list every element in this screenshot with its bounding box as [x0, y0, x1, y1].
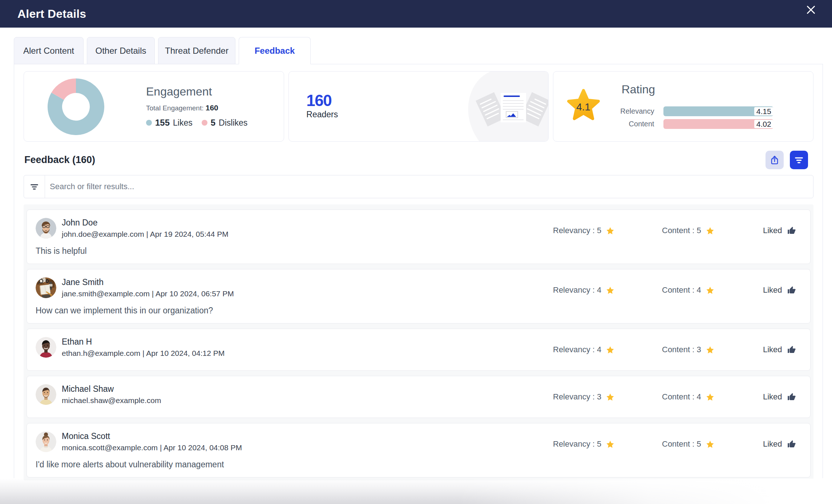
- content-bar-label: Content: [553, 120, 663, 128]
- summary-cards: Engagement Total Engagement: 160 155 Lik…: [24, 71, 813, 142]
- avatar-ethan: [36, 337, 56, 358]
- feedback-list: John Doe john.doe@example.com | Apr 19 2…: [24, 204, 813, 480]
- feedback-comment: This is helpful: [36, 246, 801, 256]
- engagement-total: Total Engagement: 160: [146, 103, 247, 112]
- feedback-liked: Liked: [763, 439, 796, 449]
- thumb-up-icon: [787, 345, 796, 354]
- search-input[interactable]: [45, 182, 813, 191]
- feedback-user-block: Ethan H ethan.h@example.com | Apr 10 202…: [62, 337, 225, 358]
- engagement-total-label: Total Engagement:: [146, 104, 203, 112]
- feedback-section-title: Feedback (160): [24, 154, 95, 166]
- star-icon: [606, 393, 614, 401]
- engagement-text-block: Engagement Total Engagement: 160 155 Lik…: [146, 85, 247, 128]
- feedback-user-name: Monica Scott: [62, 431, 242, 441]
- avatar-michael: [36, 384, 56, 405]
- feedback-comment: I'd like more alerts about vulnerability…: [36, 460, 801, 469]
- feedback-item: Jane Smith jane.smith@example.com | Apr …: [27, 269, 811, 324]
- documents-illustration-icon: [465, 80, 548, 136]
- avatar-jane: [36, 277, 56, 298]
- feedback-relevancy: Relevancy : 5: [553, 439, 614, 449]
- readers-card: 160 Readers: [288, 71, 548, 142]
- tab-threat-defender[interactable]: Threat Defender: [158, 37, 235, 64]
- feedback-item: Ethan H ethan.h@example.com | Apr 10 202…: [27, 329, 811, 371]
- star-icon: [606, 440, 614, 448]
- feedback-item: John Doe john.doe@example.com | Apr 19 2…: [27, 210, 811, 264]
- feedback-relevancy: Relevancy : 4: [553, 345, 614, 354]
- feedback-liked: Liked: [763, 392, 796, 402]
- feedback-item: Monica Scott monica.scott@example.com | …: [27, 423, 811, 477]
- feedback-liked: Liked: [763, 226, 796, 235]
- thumb-up-icon: [787, 285, 796, 295]
- feedback-user-meta: john.doe@example.com | Apr 19 2024, 05:4…: [62, 229, 229, 239]
- thumb-up-icon: [787, 392, 796, 402]
- tab-alert-content[interactable]: Alert Content: [14, 37, 84, 64]
- feedback-user-meta: monica.scott@example.com | Apr 10 2024, …: [62, 443, 242, 452]
- rating-bars: Relevancy 4.15 Content 4.02: [553, 106, 813, 132]
- star-icon: [706, 227, 714, 235]
- likes-dot: [146, 120, 152, 126]
- star-icon: [606, 227, 614, 235]
- feedback-liked: Liked: [763, 285, 796, 295]
- likes-value: 155: [155, 118, 170, 128]
- content-bar-value: 4.02: [754, 120, 774, 128]
- tab-bar: Alert Content Other Details Threat Defen…: [14, 37, 823, 64]
- feedback-content-rating: Content : 5: [662, 226, 714, 235]
- close-button[interactable]: [805, 4, 817, 16]
- relevancy-bar-value: 4.15: [754, 107, 774, 115]
- feedback-user-block: Michael Shaw michael.shaw@example.com: [62, 384, 161, 405]
- dislikes-label: Dislikes: [219, 118, 247, 128]
- feedback-relevancy: Relevancy : 3: [553, 392, 614, 402]
- feedback-header-row: Feedback (160): [24, 151, 813, 169]
- search-filter-icon[interactable]: [24, 175, 45, 198]
- feedback-user-name: John Doe: [62, 218, 229, 228]
- feedback-content-rating: Content : 4: [662, 392, 714, 402]
- thumb-up-icon: [787, 439, 796, 449]
- modal-header: Alert Details: [0, 0, 832, 28]
- rating-row-relevancy: Relevancy 4.15: [553, 106, 813, 116]
- relevancy-bar: 4.15: [663, 106, 774, 116]
- star-icon: [706, 393, 714, 401]
- feedback-user-meta: michael.shaw@example.com: [62, 396, 161, 405]
- star-icon: [706, 440, 714, 448]
- tab-other-details[interactable]: Other Details: [87, 37, 155, 64]
- share-icon: [769, 155, 780, 166]
- modal-bottom-shadow: [0, 479, 832, 504]
- feedback-user-meta: ethan.h@example.com | Apr 10 2024, 04:12…: [62, 349, 225, 358]
- sort-filter-button[interactable]: [790, 151, 808, 169]
- star-icon: [606, 346, 614, 354]
- feedback-user-block: Monica Scott monica.scott@example.com | …: [62, 431, 242, 452]
- relevancy-bar-label: Relevancy: [553, 107, 663, 115]
- thumb-up-icon: [787, 226, 796, 235]
- feedback-item: Michael Shaw michael.shaw@example.com Re…: [27, 376, 811, 418]
- export-button[interactable]: [766, 151, 784, 169]
- tab-feedback[interactable]: Feedback: [239, 37, 311, 64]
- rating-title: Rating: [622, 83, 655, 96]
- avatar-john: [36, 218, 56, 239]
- engagement-donut-chart: [48, 78, 104, 135]
- search-bar: [24, 175, 813, 198]
- engagement-title: Engagement: [146, 85, 247, 98]
- feedback-user-block: Jane Smith jane.smith@example.com | Apr …: [62, 277, 234, 298]
- dislikes-dot: [202, 120, 207, 126]
- dislikes-value: 5: [211, 118, 215, 128]
- feedback-user-name: Michael Shaw: [62, 384, 161, 394]
- rating-row-content: Content 4.02: [553, 119, 813, 129]
- feedback-relevancy: Relevancy : 4: [553, 285, 614, 295]
- feedback-relevancy: Relevancy : 5: [553, 226, 614, 235]
- readers-count: 160: [306, 92, 331, 110]
- close-icon: [806, 5, 816, 15]
- feedback-comment: How can we implement this in our organiz…: [36, 306, 801, 315]
- feedback-user-name: Jane Smith: [62, 277, 234, 287]
- feedback-user-name: Ethan H: [62, 337, 225, 347]
- filter-lines-icon: [793, 155, 804, 166]
- feedback-content-rating: Content : 4: [662, 285, 714, 295]
- feedback-user-meta: jane.smith@example.com | Apr 10 2024, 06…: [62, 289, 234, 298]
- content-bar: 4.02: [663, 119, 774, 129]
- tab-panel: Engagement Total Engagement: 160 155 Lik…: [14, 64, 823, 478]
- engagement-legend: 155 Likes 5 Dislikes: [146, 118, 247, 128]
- feedback-content-rating: Content : 5: [662, 439, 714, 449]
- readers-label: Readers: [306, 110, 338, 119]
- avatar-monica: [36, 431, 56, 452]
- star-icon: [706, 346, 714, 354]
- rating-card: 4.1 Rating Relevancy 4.15 Content 4.02: [553, 71, 813, 142]
